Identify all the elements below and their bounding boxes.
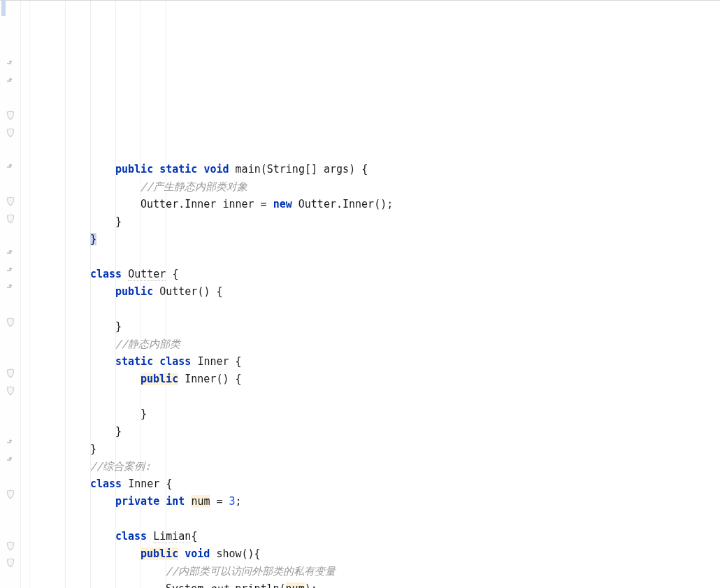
code-line[interactable]: public void show(){ bbox=[30, 545, 720, 563]
code-line[interactable]: private int num = 3; bbox=[30, 493, 720, 510]
code-editor[interactable]: public static void main(String[] args) {… bbox=[0, 0, 720, 588]
token-punct: ; bbox=[236, 495, 242, 508]
token-ident: = bbox=[210, 495, 229, 508]
code-line[interactable]: class Inner { bbox=[30, 475, 720, 493]
token-kw: private bbox=[115, 495, 159, 508]
fold-end-icon[interactable] bbox=[0, 279, 20, 296]
token-ident: Outter.Inner inner = bbox=[141, 198, 273, 210]
gutter-blank bbox=[0, 227, 20, 245]
fold-end-icon[interactable] bbox=[0, 55, 20, 73]
fold-end-icon[interactable] bbox=[0, 434, 20, 452]
scroll-indicator bbox=[1, 1, 6, 16]
token-ident: Outter.Inner(); bbox=[298, 198, 393, 210]
fold-strip[interactable] bbox=[21, 1, 30, 588]
token-punct: { bbox=[172, 268, 178, 280]
token-fn: show bbox=[216, 547, 241, 560]
gutter-blank bbox=[0, 141, 20, 159]
gutter-blank bbox=[0, 348, 20, 366]
code-line[interactable]: //产生静态内部类对象 bbox=[30, 178, 720, 196]
code-line[interactable]: } bbox=[30, 213, 720, 231]
fold-end-icon[interactable] bbox=[0, 261, 20, 279]
token-punct: { bbox=[166, 478, 172, 490]
inspection-icon[interactable] bbox=[0, 365, 20, 382]
inspection-icon[interactable] bbox=[0, 382, 20, 400]
gutter-blank bbox=[0, 520, 20, 538]
token-decl: Limian bbox=[153, 530, 191, 543]
token-punct: { bbox=[235, 373, 241, 385]
token-paren: () bbox=[197, 285, 210, 298]
gutter-blank bbox=[0, 89, 20, 107]
token-punct: } bbox=[115, 215, 122, 228]
inspection-icon[interactable] bbox=[0, 554, 20, 572]
fold-end-icon[interactable] bbox=[0, 159, 20, 176]
token-punct: { bbox=[236, 355, 242, 368]
editor-gutter[interactable] bbox=[0, 1, 21, 588]
gutter-blank bbox=[0, 296, 20, 314]
token-paren: () bbox=[216, 373, 229, 385]
token-cmt: //产生静态内部类对象 bbox=[141, 180, 247, 193]
token-num: 3 bbox=[229, 495, 236, 508]
code-line[interactable]: } bbox=[30, 440, 720, 458]
gutter-blank bbox=[0, 417, 20, 434]
inspection-icon[interactable] bbox=[0, 124, 20, 141]
code-line[interactable]: public static void main(String[] args) { bbox=[30, 161, 720, 178]
token-kw: new bbox=[273, 198, 292, 210]
code-line[interactable]: class Limian{ bbox=[30, 528, 720, 545]
token-punct: } bbox=[115, 425, 122, 438]
code-line[interactable]: } bbox=[30, 423, 720, 440]
code-line[interactable] bbox=[30, 388, 720, 406]
token-punct: { bbox=[254, 547, 261, 560]
token-ident: .println( bbox=[229, 582, 285, 588]
token-ident: String[] args bbox=[267, 163, 349, 175]
token-paren: ) bbox=[349, 163, 355, 175]
code-line[interactable]: //静态内部类 bbox=[30, 336, 720, 353]
inspection-icon[interactable] bbox=[0, 313, 20, 331]
fold-end-icon[interactable] bbox=[0, 451, 20, 468]
gutter-blank bbox=[0, 175, 20, 193]
token-static: out bbox=[210, 582, 229, 588]
token-kw: public bbox=[115, 163, 153, 175]
code-line[interactable]: public Outter() { bbox=[30, 283, 720, 301]
code-line[interactable]: class Outter { bbox=[30, 266, 720, 283]
token-kw: class bbox=[90, 478, 122, 490]
token-punct: } bbox=[115, 320, 122, 333]
token-kw: static bbox=[115, 355, 153, 368]
token-paren: () bbox=[242, 547, 254, 560]
token-cmt: //内部类可以访问外部类的私有变量 bbox=[166, 565, 336, 578]
gutter-blank bbox=[0, 503, 20, 520]
fold-end-icon[interactable] bbox=[0, 73, 20, 90]
token-kw: class bbox=[115, 530, 147, 543]
token-ident: Inner bbox=[197, 355, 229, 368]
token-punct: { bbox=[217, 285, 223, 298]
fold-end-icon[interactable] bbox=[0, 245, 20, 262]
code-area[interactable]: public static void main(String[] args) {… bbox=[30, 1, 720, 588]
inspection-icon[interactable] bbox=[0, 210, 20, 228]
inspection-icon[interactable] bbox=[0, 193, 20, 210]
code-line[interactable]: } bbox=[30, 406, 720, 423]
gutter-blank bbox=[0, 468, 20, 486]
token-ident: num bbox=[191, 495, 210, 508]
token-punct: } bbox=[90, 233, 96, 245]
inspection-icon[interactable] bbox=[0, 107, 20, 124]
code-line[interactable]: } bbox=[30, 318, 720, 336]
token-kw: class bbox=[159, 355, 191, 368]
gutter-blank bbox=[0, 38, 20, 55]
code-line[interactable]: public Inner() { bbox=[30, 371, 720, 388]
code-line[interactable] bbox=[30, 248, 720, 266]
code-line[interactable] bbox=[30, 510, 720, 528]
token-fn: Outter bbox=[159, 285, 197, 298]
inspection-icon[interactable] bbox=[0, 486, 20, 503]
code-line[interactable]: } bbox=[30, 231, 720, 248]
token-kw: static bbox=[159, 163, 197, 175]
token-kw: public bbox=[141, 547, 178, 560]
inspection-icon[interactable] bbox=[0, 537, 20, 554]
token-punct: } bbox=[141, 408, 147, 420]
code-line[interactable]: //综合案例: bbox=[30, 458, 720, 475]
token-kw: public bbox=[115, 285, 153, 298]
token-decl: Outter bbox=[128, 268, 166, 281]
code-line[interactable]: System.out.println(num); bbox=[30, 580, 720, 588]
code-line[interactable]: static class Inner { bbox=[30, 353, 720, 371]
code-line[interactable] bbox=[30, 301, 720, 318]
code-line[interactable]: //内部类可以访问外部类的私有变量 bbox=[30, 563, 720, 580]
code-line[interactable]: Outter.Inner inner = new Outter.Inner(); bbox=[30, 196, 720, 213]
